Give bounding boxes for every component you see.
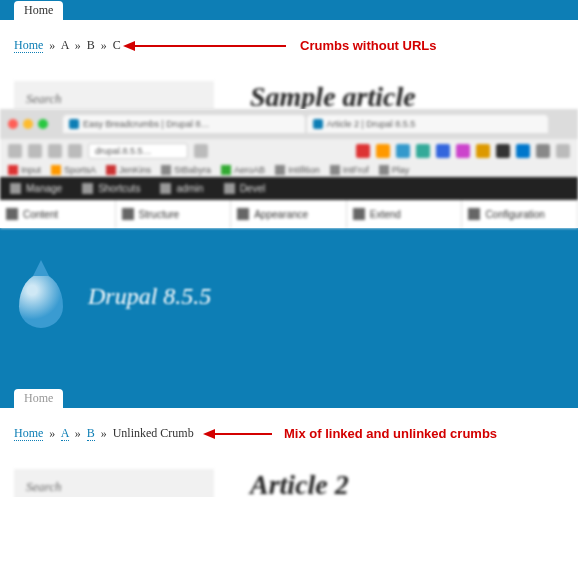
content-icon	[6, 208, 18, 220]
bookmark-icon	[330, 165, 340, 175]
crumb-b: B	[87, 38, 95, 52]
home-tab[interactable]: Home	[14, 389, 63, 408]
bookmarks-bar: Input SportsA JenKins StBabyra AeroAB In…	[0, 163, 578, 177]
tab-label: Content	[23, 209, 58, 220]
crumb-home[interactable]: Home	[14, 38, 43, 53]
forward-icon[interactable]	[28, 144, 42, 158]
bookmark[interactable]: AeroAB	[221, 165, 265, 175]
extension-icon[interactable]	[536, 144, 550, 158]
bookmark-label: IntFrof	[343, 165, 369, 175]
minimize-icon[interactable]	[23, 119, 33, 129]
annotation-arrow: Crumbs without URLs	[134, 38, 437, 53]
annotation-text: Mix of linked and unlinked crumbs	[284, 426, 497, 441]
maximize-icon[interactable]	[38, 119, 48, 129]
bookmark-label: JenKins	[119, 165, 151, 175]
crumb-sep: »	[49, 38, 55, 52]
admin-label: Devel	[240, 183, 266, 194]
bookmark[interactable]: IntIll6on	[275, 165, 320, 175]
browser-tab[interactable]: Easy Breadcrumbs | Drupal 8…	[63, 115, 305, 133]
manage-icon	[10, 183, 21, 194]
extension-icon[interactable]	[516, 144, 530, 158]
extension-icon[interactable]	[436, 144, 450, 158]
tab-label: Easy Breadcrumbs | Drupal 8…	[83, 119, 209, 129]
bookmark-label: Play	[392, 165, 410, 175]
home-icon[interactable]	[68, 144, 82, 158]
extend-icon	[353, 208, 365, 220]
shortcuts-icon	[82, 183, 93, 194]
crumb-sep: »	[101, 38, 107, 52]
favicon-icon	[313, 119, 323, 129]
tab-configuration[interactable]: Configuration	[462, 200, 578, 228]
tab-label: Configuration	[485, 209, 544, 220]
extension-icon[interactable]	[476, 144, 490, 158]
bookmark[interactable]: Input	[8, 165, 41, 175]
top-content-row: Search Sample article	[0, 71, 578, 109]
browser-tab[interactable]: Article 2 | Drupal 8.5.5	[307, 115, 549, 133]
crumb-sep: »	[75, 426, 81, 440]
window-controls: Easy Breadcrumbs | Drupal 8… Article 2 |…	[0, 109, 578, 139]
tab-appearance[interactable]: Appearance	[231, 200, 347, 228]
bookmark-icon	[161, 165, 171, 175]
annotation-arrow: Mix of linked and unlinked crumbs	[214, 426, 497, 441]
bookmark[interactable]: Play	[379, 165, 410, 175]
extension-icon[interactable]	[396, 144, 410, 158]
breadcrumb: Home » A » B » Unlinked Crumb	[14, 426, 194, 441]
breadcrumb-area-bottom: Home » A » B » Unlinked Crumb Mix of lin…	[0, 408, 578, 459]
crumb-sep: »	[49, 426, 55, 440]
bookmark[interactable]: StBabyra	[161, 165, 211, 175]
extension-icon[interactable]	[456, 144, 470, 158]
admin-label: Manage	[26, 183, 62, 194]
search-box[interactable]: Search	[14, 81, 214, 109]
bookmark-label: IntIll6on	[288, 165, 320, 175]
crumb-sep: »	[75, 38, 81, 52]
crumb-a[interactable]: A	[61, 426, 69, 441]
admin-label: admin	[176, 183, 203, 194]
tab-content[interactable]: Content	[0, 200, 116, 228]
tab-row: Home	[0, 0, 578, 20]
extension-icon[interactable]	[376, 144, 390, 158]
new-tab-button[interactable]	[550, 115, 570, 133]
top-blue-band: Home	[0, 0, 578, 20]
crumb-b[interactable]: B	[87, 426, 95, 441]
url-input[interactable]: drupal.8.5.5…	[88, 143, 188, 159]
search-box[interactable]: Search	[14, 469, 214, 497]
crumb-unlinked: Unlinked Crumb	[113, 426, 194, 440]
bookmark-label: Input	[21, 165, 41, 175]
extension-icon[interactable]	[496, 144, 510, 158]
crumb-home[interactable]: Home	[14, 426, 43, 441]
reload-icon[interactable]	[48, 144, 62, 158]
bookmark[interactable]: IntFrof	[330, 165, 369, 175]
bookmark[interactable]: SportsA	[51, 165, 96, 175]
admin-user[interactable]: admin	[160, 183, 203, 194]
bookmark-icon	[106, 165, 116, 175]
browser-window: Easy Breadcrumbs | Drupal 8… Article 2 |…	[0, 109, 578, 228]
admin-label: Shortcuts	[98, 183, 140, 194]
bookmark-icon	[8, 165, 18, 175]
home-tab[interactable]: Home	[14, 1, 63, 20]
tab-label: Extend	[370, 209, 401, 220]
admin-devel[interactable]: Devel	[224, 183, 266, 194]
admin-manage[interactable]: Manage	[10, 183, 62, 194]
tab-extend[interactable]: Extend	[347, 200, 463, 228]
crumb-sep: »	[101, 426, 107, 440]
url-bar-row: drupal.8.5.5…	[0, 139, 578, 163]
site-hero: Drupal 8.5.5	[0, 228, 578, 388]
extension-icon[interactable]	[356, 144, 370, 158]
star-icon[interactable]	[194, 144, 208, 158]
close-icon[interactable]	[8, 119, 18, 129]
bookmark[interactable]: JenKins	[106, 165, 151, 175]
configuration-icon	[468, 208, 480, 220]
tab-label: Appearance	[254, 209, 308, 220]
hero-tab-band: Home	[0, 388, 578, 408]
back-icon[interactable]	[8, 144, 22, 158]
extension-icon[interactable]	[416, 144, 430, 158]
menu-icon[interactable]	[556, 144, 570, 158]
bookmark-label: AeroAB	[234, 165, 265, 175]
drupal-admin-tabs: Content Structure Appearance Extend Conf…	[0, 200, 578, 228]
tab-structure[interactable]: Structure	[116, 200, 232, 228]
article-title: Article 2	[250, 469, 349, 497]
bookmark-icon	[275, 165, 285, 175]
admin-shortcuts[interactable]: Shortcuts	[82, 183, 140, 194]
drupal-admin-bar: Manage Shortcuts admin Devel	[0, 177, 578, 200]
tab-label: Structure	[139, 209, 180, 220]
